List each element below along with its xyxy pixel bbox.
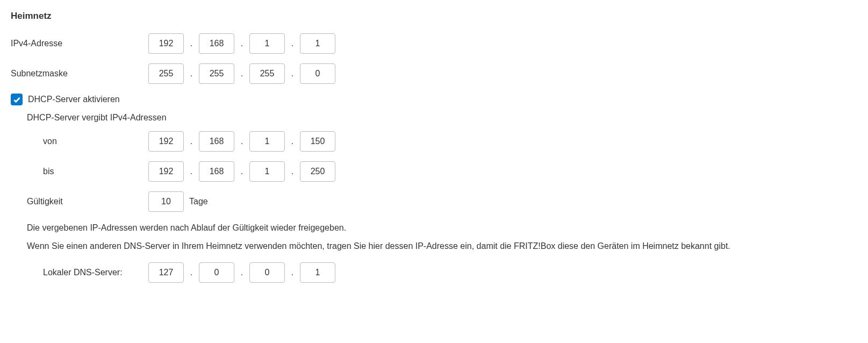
ipv4-octet-1[interactable] xyxy=(148,33,184,54)
dhcp-from-octet-1[interactable] xyxy=(148,131,184,152)
dns-info-text: Wenn Sie einen anderen DNS-Server in Ihr… xyxy=(27,240,857,253)
dot-separator: . xyxy=(184,39,199,48)
dot-separator: . xyxy=(285,137,300,146)
local-dns-row: Lokaler DNS-Server: . . . xyxy=(43,262,857,283)
local-dns-octet-2[interactable] xyxy=(199,262,234,283)
local-dns-octet-3[interactable] xyxy=(249,262,285,283)
local-dns-octet-4[interactable] xyxy=(300,262,335,283)
subnet-octet-2[interactable] xyxy=(199,63,234,84)
validity-row: Gültigkeit Tage xyxy=(27,191,857,212)
dot-separator: . xyxy=(234,167,249,176)
validity-info-text: Die vergebenen IP-Adressen werden nach A… xyxy=(27,221,857,234)
dot-separator: . xyxy=(184,137,199,146)
subnet-label: Subnetzmaske xyxy=(11,69,148,78)
dhcp-range-label: DHCP-Server vergibt IPv4-Adressen xyxy=(27,113,857,123)
ipv4-label: IPv4-Adresse xyxy=(11,39,148,48)
dhcp-to-octet-4[interactable] xyxy=(300,161,335,182)
ipv4-octet-4[interactable] xyxy=(300,33,335,54)
local-dns-octet-1[interactable] xyxy=(148,262,184,283)
dhcp-enable-checkbox[interactable] xyxy=(11,94,23,105)
validity-input[interactable] xyxy=(148,191,184,212)
dhcp-checkbox-label: DHCP-Server aktivieren xyxy=(28,95,120,104)
dhcp-to-row: bis . . . xyxy=(43,161,857,182)
dhcp-from-octet-2[interactable] xyxy=(199,131,234,152)
local-dns-input-group: . . . xyxy=(148,262,335,283)
ipv4-row: IPv4-Adresse . . . xyxy=(11,33,857,54)
dhcp-checkbox-row: DHCP-Server aktivieren xyxy=(11,94,857,105)
dhcp-to-octet-3[interactable] xyxy=(249,161,285,182)
local-dns-label: Lokaler DNS-Server: xyxy=(43,268,148,277)
ipv4-octet-3[interactable] xyxy=(249,33,285,54)
ipv4-octet-2[interactable] xyxy=(199,33,234,54)
dot-separator: . xyxy=(184,167,199,176)
dot-separator: . xyxy=(234,137,249,146)
dhcp-to-octet-2[interactable] xyxy=(199,161,234,182)
dhcp-to-label: bis xyxy=(43,167,148,176)
dot-separator: . xyxy=(285,69,300,78)
validity-unit: Tage xyxy=(189,197,208,206)
dot-separator: . xyxy=(234,69,249,78)
dhcp-from-row: von . . . xyxy=(43,131,857,152)
dot-separator: . xyxy=(184,69,199,78)
dot-separator: . xyxy=(285,167,300,176)
dhcp-from-label: von xyxy=(43,137,148,146)
dot-separator: . xyxy=(285,39,300,48)
dhcp-from-octet-3[interactable] xyxy=(249,131,285,152)
subnet-octet-1[interactable] xyxy=(148,63,184,84)
dhcp-to-input-group: . . . xyxy=(148,161,335,182)
subnet-row: Subnetzmaske . . . xyxy=(11,63,857,84)
section-heading: Heimnetz xyxy=(11,11,857,22)
dhcp-from-input-group: . . . xyxy=(148,131,335,152)
dot-separator: . xyxy=(234,39,249,48)
dot-separator: . xyxy=(234,268,249,277)
dhcp-from-octet-4[interactable] xyxy=(300,131,335,152)
dot-separator: . xyxy=(184,268,199,277)
check-icon xyxy=(13,96,21,104)
subnet-octet-4[interactable] xyxy=(300,63,335,84)
dot-separator: . xyxy=(285,268,300,277)
subnet-input-group: . . . xyxy=(148,63,335,84)
subnet-octet-3[interactable] xyxy=(249,63,285,84)
validity-label: Gültigkeit xyxy=(27,197,148,206)
ipv4-input-group: . . . xyxy=(148,33,335,54)
dhcp-to-octet-1[interactable] xyxy=(148,161,184,182)
